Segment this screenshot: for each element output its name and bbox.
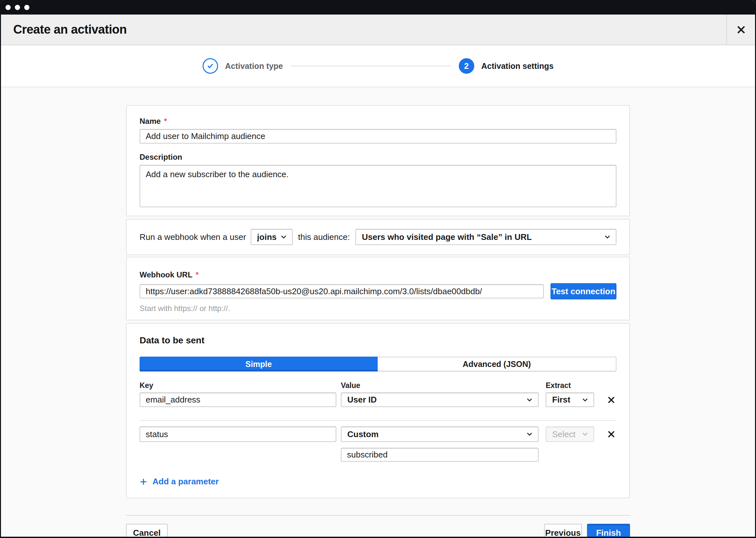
extract-column-label: Extract xyxy=(546,381,594,390)
stepper: Activation type 2 Activation settings xyxy=(1,45,755,87)
required-asterisk: * xyxy=(196,270,199,279)
tab-advanced-json[interactable]: Advanced (JSON) xyxy=(378,356,616,371)
param-row: Custom Select xyxy=(140,426,616,442)
footer-divider xyxy=(126,515,630,516)
name-input[interactable] xyxy=(140,129,616,143)
webhook-trigger-section: Run a webhook when a user joins this aud… xyxy=(126,219,630,255)
modal-content: Name * Description Add a new subscriber … xyxy=(1,87,755,537)
url-hint-text: Start with https:// or http://. xyxy=(140,304,616,313)
chevron-down-icon xyxy=(526,431,533,437)
trigger-prefix-text: Run a webhook when a user xyxy=(140,232,246,242)
remove-icon xyxy=(607,430,615,438)
check-icon xyxy=(207,62,214,70)
modal-window: Create an activation Activation type 2 A… xyxy=(1,0,755,537)
description-input[interactable]: Add a new subscriber to the audience. xyxy=(140,165,616,207)
data-section-heading: Data to be sent xyxy=(140,335,616,346)
plus-icon xyxy=(140,478,147,486)
event-select[interactable]: joins xyxy=(251,229,293,245)
audience-select[interactable]: Users who visited page with “Sale” in UR… xyxy=(355,229,616,245)
webhook-url-label: Webhook URL * xyxy=(140,270,616,279)
description-label: Description xyxy=(140,153,616,162)
value-column-label: Value xyxy=(341,381,546,390)
row-divider xyxy=(140,420,616,421)
remove-row-button[interactable] xyxy=(607,426,615,442)
chevron-down-icon xyxy=(582,397,588,403)
page-title: Create an activation xyxy=(1,15,726,45)
close-icon xyxy=(736,25,746,34)
data-to-be-sent-section: Data to be sent Simple Advanced (JSON) K… xyxy=(126,323,630,498)
remove-row-button[interactable] xyxy=(607,393,615,407)
param-row: User ID First xyxy=(140,393,616,407)
param-extract-select[interactable]: First xyxy=(546,393,594,407)
step-activation-settings[interactable]: 2 Activation settings xyxy=(459,58,554,74)
cancel-button[interactable]: Cancel xyxy=(126,524,168,537)
required-asterisk: * xyxy=(164,117,167,126)
step-label: Activation settings xyxy=(481,61,554,71)
window-control-dot[interactable] xyxy=(24,5,29,10)
param-key-input[interactable] xyxy=(140,426,336,442)
step-complete-circle xyxy=(203,58,218,74)
previous-button[interactable]: Previous xyxy=(544,524,582,537)
key-column-label: Key xyxy=(140,381,341,390)
param-key-input[interactable] xyxy=(140,393,336,407)
window-control-dot[interactable] xyxy=(6,5,11,10)
step-label: Activation type xyxy=(225,61,283,71)
custom-value-input[interactable] xyxy=(341,448,539,462)
chevron-down-icon xyxy=(280,234,287,240)
chevron-down-icon xyxy=(582,431,588,437)
param-extract-select-disabled: Select xyxy=(546,426,594,442)
chevron-down-icon xyxy=(526,397,533,403)
param-value-select[interactable]: Custom xyxy=(341,426,539,442)
modal-header: Create an activation xyxy=(1,15,755,45)
step-activation-type[interactable]: Activation type xyxy=(203,58,283,74)
footer: Cancel Previous Finish xyxy=(126,524,630,537)
step-number-badge: 2 xyxy=(459,58,474,74)
add-parameter-link[interactable]: Add a parameter xyxy=(140,477,219,487)
name-description-section: Name * Description Add a new subscriber … xyxy=(126,105,630,216)
custom-value-wrap xyxy=(341,448,539,462)
webhook-url-section: Webhook URL * Test connection Start with… xyxy=(126,257,630,320)
param-value-select[interactable]: User ID xyxy=(341,393,539,407)
name-label: Name * xyxy=(140,117,616,126)
param-column-headers: Key Value Extract xyxy=(140,381,616,390)
test-connection-button[interactable]: Test connection xyxy=(550,283,616,299)
stepper-connector xyxy=(291,66,451,66)
mode-tabs: Simple Advanced (JSON) xyxy=(140,356,616,371)
window-control-dot[interactable] xyxy=(15,5,20,10)
finish-button[interactable]: Finish xyxy=(587,524,630,537)
titlebar xyxy=(1,0,755,15)
webhook-url-input[interactable] xyxy=(140,284,544,298)
remove-icon xyxy=(607,396,615,404)
close-button[interactable] xyxy=(726,15,755,45)
chevron-down-icon xyxy=(604,234,611,240)
trigger-middle-text: this audience: xyxy=(298,232,350,242)
tab-simple[interactable]: Simple xyxy=(140,356,378,371)
